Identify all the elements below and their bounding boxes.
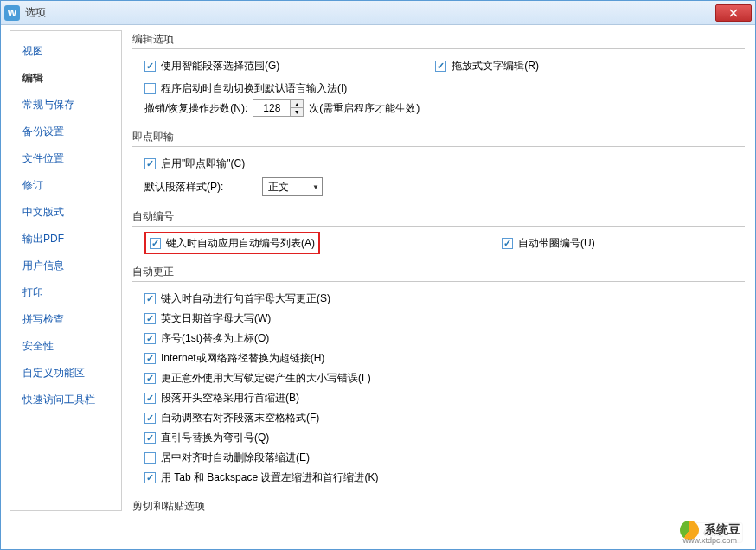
label-autocorrect-7: 直引号替换为弯引号(Q) xyxy=(161,431,269,445)
window-title: 选项 xyxy=(25,5,715,20)
label-autocorrect-1: 英文日期首字母大写(W) xyxy=(161,311,271,326)
label-smart-paragraph: 使用智能段落选择范围(G) xyxy=(161,59,279,74)
sidebar-item-chinese-layout[interactable]: 中文版式 xyxy=(10,199,121,226)
autocorrect-row: 序号(1st)替换为上标(O) xyxy=(144,329,745,347)
autocorrect-row: Internet或网络路径替换为超链接(H) xyxy=(144,349,745,367)
checkbox-autocorrect-3[interactable] xyxy=(144,353,156,364)
group-title: 自动更正 xyxy=(132,265,745,282)
checkbox-autocorrect-9[interactable] xyxy=(144,472,156,483)
checkbox-auto-circle[interactable] xyxy=(502,238,513,249)
group-edit-options: 编辑选项 使用智能段落选择范围(G) 拖放式文字编辑(R) xyxy=(132,32,745,121)
label-undo-suffix: 次(需重启程序才能生效) xyxy=(309,101,420,116)
sidebar-item-customize-ribbon[interactable]: 自定义功能区 xyxy=(10,360,121,387)
app-icon: W xyxy=(4,5,20,21)
sidebar-item-file-location[interactable]: 文件位置 xyxy=(10,145,121,172)
sidebar-item-user-info[interactable]: 用户信息 xyxy=(10,253,121,279)
checkbox-enable-instant-input[interactable] xyxy=(144,158,156,169)
checkbox-autocorrect-5[interactable] xyxy=(144,393,156,404)
checkbox-autocorrect-6[interactable] xyxy=(144,412,156,424)
checkbox-autocorrect-4[interactable] xyxy=(144,373,156,384)
group-auto-number: 自动编号 键入时自动应用自动编号列表(A) 自动带圈编号(U) xyxy=(132,209,745,256)
label-enable-instant-input: 启用"即点即输"(C) xyxy=(161,157,245,171)
checkbox-autocorrect-8[interactable] xyxy=(144,452,156,464)
titlebar: W 选项 xyxy=(1,1,755,25)
autocorrect-row: 居中对齐时自动删除段落缩进(E) xyxy=(144,449,745,466)
undo-steps-spinner[interactable]: ▲ ▼ xyxy=(253,99,304,117)
watermark: 系统豆 www.xtdpc.com xyxy=(673,517,747,543)
checkbox-apply-auto-list[interactable] xyxy=(150,238,161,249)
label-auto-circle: 自动带圈编号(U) xyxy=(518,236,595,251)
label-undo-steps: 撤销/恢复操作步数(N): xyxy=(144,101,247,116)
sidebar-item-spellcheck[interactable]: 拼写检查 xyxy=(10,306,121,333)
sidebar-item-security[interactable]: 安全性 xyxy=(10,333,121,360)
sidebar-item-output-pdf[interactable]: 输出PDF xyxy=(10,226,121,253)
autocorrect-row: 用 Tab 和 Backspace 设置左缩进和首行缩进(K) xyxy=(144,469,745,486)
sidebar-item-backup[interactable]: 备份设置 xyxy=(10,118,121,145)
label-autocorrect-4: 更正意外使用大写锁定键产生的大小写错误(L) xyxy=(161,371,371,386)
footer: 确定 xyxy=(1,515,755,549)
options-window: W 选项 视图 编辑 常规与保存 备份设置 文件位置 修订 中文版式 输出PDF… xyxy=(0,0,756,550)
close-icon xyxy=(729,9,738,17)
checkbox-autocorrect-1[interactable] xyxy=(144,313,156,324)
label-autocorrect-2: 序号(1st)替换为上标(O) xyxy=(161,331,269,346)
undo-steps-input[interactable] xyxy=(253,100,290,116)
checkbox-auto-switch-ime[interactable] xyxy=(144,83,156,94)
sidebar-item-revision[interactable]: 修订 xyxy=(10,172,121,199)
group-title: 自动编号 xyxy=(132,209,745,227)
label-drag-text-edit: 拖放式文字编辑(R) xyxy=(452,59,539,74)
sidebar-item-view[interactable]: 视图 xyxy=(10,38,121,65)
sidebar-item-edit[interactable]: 编辑 xyxy=(10,65,121,92)
group-instant-input: 即点即输 启用"即点即输"(C) 默认段落样式(P): 正文 xyxy=(132,130,745,201)
label-autocorrect-3: Internet或网络路径替换为超链接(H) xyxy=(161,351,324,366)
label-autocorrect-0: 键入时自动进行句首字母大写更正(S) xyxy=(161,291,330,306)
sidebar-item-quick-access[interactable]: 快速访问工具栏 xyxy=(10,387,121,413)
checkbox-smart-paragraph[interactable] xyxy=(144,61,156,72)
spinner-down-icon[interactable]: ▼ xyxy=(291,108,303,116)
autocorrect-row: 英文日期首字母大写(W) xyxy=(144,310,745,327)
watermark-site: www.xtdpc.com xyxy=(682,536,737,545)
group-clipboard: 剪切和粘贴选项 显示粘贴选项按钮(T) 默认粘贴方式(D): 带格式文本 将图片… xyxy=(132,499,745,515)
group-title: 编辑选项 xyxy=(132,32,745,49)
autocorrect-row: 直引号替换为弯引号(Q) xyxy=(144,429,745,446)
select-default-para-style[interactable]: 正文 xyxy=(262,177,323,196)
label-default-para-style: 默认段落样式(P): xyxy=(144,180,257,195)
checkbox-autocorrect-0[interactable] xyxy=(144,293,156,304)
checkbox-autocorrect-7[interactable] xyxy=(144,432,156,444)
sidebar-item-general[interactable]: 常规与保存 xyxy=(10,92,121,118)
main-panel: 编辑选项 使用智能段落选择范围(G) 拖放式文字编辑(R) xyxy=(125,25,755,515)
sidebar: 视图 编辑 常规与保存 备份设置 文件位置 修订 中文版式 输出PDF 用户信息… xyxy=(10,30,122,511)
autocorrect-row: 段落开头空格采用行首缩进(B) xyxy=(144,389,745,406)
label-autocorrect-9: 用 Tab 和 Backspace 设置左缩进和首行缩进(K) xyxy=(161,470,378,485)
sidebar-item-print[interactable]: 打印 xyxy=(10,279,121,306)
group-auto-correct: 自动更正 键入时自动进行句首字母大写更正(S)英文日期首字母大写(W)序号(1s… xyxy=(132,265,745,490)
close-button[interactable] xyxy=(715,4,752,22)
spinner-up-icon[interactable]: ▲ xyxy=(291,100,303,108)
checkbox-autocorrect-2[interactable] xyxy=(144,333,156,344)
autocorrect-row: 更正意外使用大写锁定键产生的大小写错误(L) xyxy=(144,369,745,387)
label-autocorrect-6: 自动调整右对齐段落末空格格式(F) xyxy=(161,411,319,425)
autocorrect-row: 键入时自动进行句首字母大写更正(S) xyxy=(144,290,745,307)
group-title: 即点即输 xyxy=(132,130,745,147)
label-autocorrect-5: 段落开头空格采用行首缩进(B) xyxy=(161,391,299,406)
label-auto-switch-ime: 程序启动时自动切换到默认语言输入法(I) xyxy=(161,81,347,96)
group-title: 剪切和粘贴选项 xyxy=(132,499,745,515)
checkbox-drag-text-edit[interactable] xyxy=(435,61,446,72)
highlighted-option: 键入时自动应用自动编号列表(A) xyxy=(144,232,320,254)
autocorrect-row: 自动调整右对齐段落末空格格式(F) xyxy=(144,409,745,426)
content-area: 视图 编辑 常规与保存 备份设置 文件位置 修订 中文版式 输出PDF 用户信息… xyxy=(1,25,755,515)
label-autocorrect-8: 居中对齐时自动删除段落缩进(E) xyxy=(161,451,310,465)
label-apply-auto-list: 键入时自动应用自动编号列表(A) xyxy=(166,236,315,251)
